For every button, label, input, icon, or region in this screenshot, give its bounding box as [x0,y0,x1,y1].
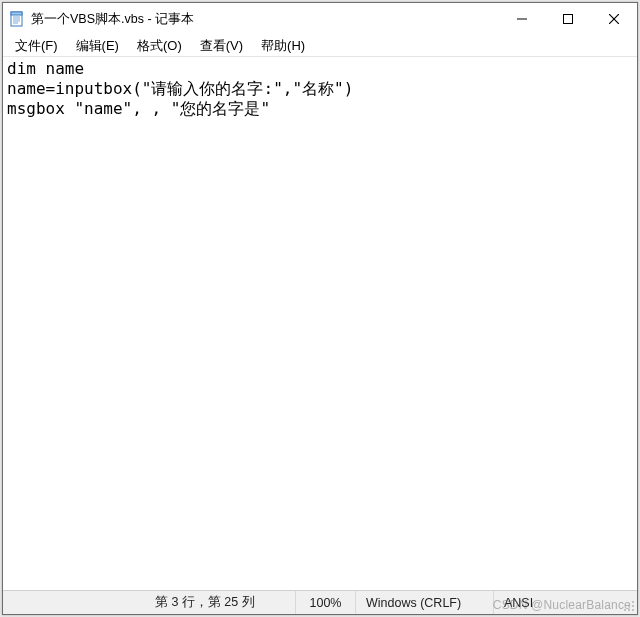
statusbar: 第 3 行，第 25 列 100% Windows (CRLF) ANSI CS… [3,590,637,614]
minimize-button[interactable] [499,3,545,35]
svg-point-10 [632,601,634,603]
svg-rect-7 [564,15,573,24]
titlebar: 第一个VBS脚本.vbs - 记事本 [3,3,637,35]
notepad-app-icon [9,11,25,27]
svg-point-13 [624,609,626,611]
svg-point-12 [632,605,634,607]
editor-content[interactable]: dim name name=inputbox("请输入你的名字:","名称") … [3,57,637,590]
menu-edit[interactable]: 编辑(E) [68,36,127,56]
svg-rect-1 [11,12,22,15]
status-line-col: 第 3 行，第 25 列 [145,591,295,614]
window-title: 第一个VBS脚本.vbs - 记事本 [31,11,499,28]
notepad-window: 第一个VBS脚本.vbs - 记事本 文件(F) 编辑(E) [2,2,638,615]
status-eol: Windows (CRLF) [355,591,493,614]
minimize-icon [517,14,527,24]
window-controls [499,3,637,35]
menu-file[interactable]: 文件(F) [7,36,66,56]
close-button[interactable] [591,3,637,35]
menu-view[interactable]: 查看(V) [192,36,251,56]
menu-help[interactable]: 帮助(H) [253,36,313,56]
close-icon [609,14,619,24]
status-spacer [3,591,145,614]
maximize-button[interactable] [545,3,591,35]
menu-format[interactable]: 格式(O) [129,36,190,56]
svg-point-15 [632,609,634,611]
svg-point-14 [628,609,630,611]
editor-area[interactable]: dim name name=inputbox("请输入你的名字:","名称") … [3,57,637,590]
menubar: 文件(F) 编辑(E) 格式(O) 查看(V) 帮助(H) [3,35,637,57]
svg-point-11 [628,605,630,607]
resize-grip-icon [622,599,636,613]
status-zoom: 100% [295,591,355,614]
status-encoding: ANSI [493,591,563,614]
maximize-icon [563,14,573,24]
